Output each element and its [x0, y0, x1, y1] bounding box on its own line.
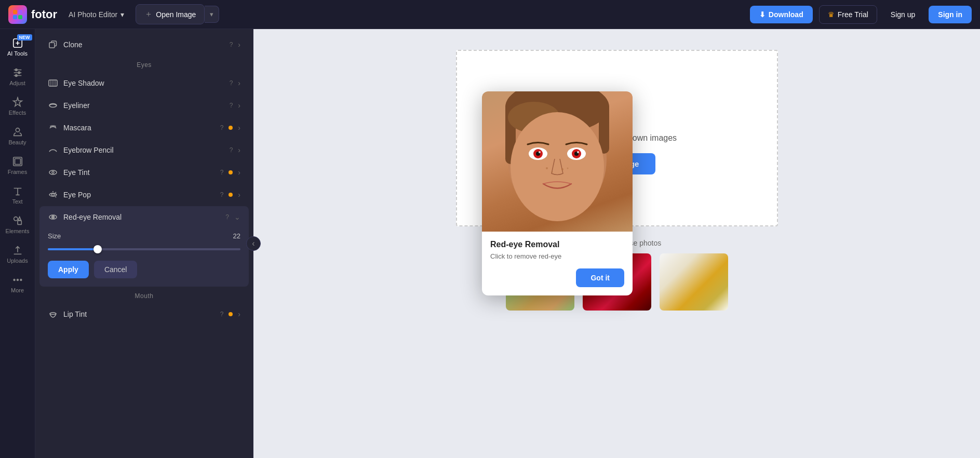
- eyebrow-pencil-icon: [48, 145, 58, 155]
- panel-sidebar-wrapper: Clone ? › Eyes E: [35, 29, 253, 458]
- panel-item-eye-pop[interactable]: Eye Pop ? ›: [39, 184, 249, 206]
- sidebar-item-uploads-label: Uploads: [7, 258, 28, 264]
- mascara-label: Mascara: [63, 124, 215, 132]
- svg-point-11: [14, 217, 17, 221]
- eye-shadow-help-icon[interactable]: ?: [230, 79, 233, 87]
- sidebar-item-more-label: More: [11, 287, 24, 293]
- panel-item-eye-tint[interactable]: Eye Tint ? ›: [39, 161, 249, 183]
- eye-shadow-chevron-icon: ›: [238, 79, 240, 87]
- panel-item-lip-tint[interactable]: Lip Tint ? ›: [39, 303, 249, 325]
- open-image-button[interactable]: ＋ Open Image: [136, 4, 205, 24]
- panel-item-eyeliner[interactable]: Eyeliner ? ›: [39, 95, 249, 116]
- download-icon: ⬇: [759, 10, 766, 19]
- lip-tint-icon: [48, 309, 58, 319]
- eye-tint-active-dot: [229, 170, 233, 174]
- beauty-icon: [12, 126, 23, 138]
- canvas-area: ＋ Drag or upload your own images Open Im…: [253, 29, 980, 458]
- eyebrow-pencil-help-icon[interactable]: ?: [230, 146, 233, 154]
- svg-point-27: [52, 217, 53, 218]
- popup-title: Red-eye Removal: [490, 240, 624, 249]
- mascara-active-dot: [229, 126, 233, 130]
- red-eye-removal-content: Size 22 Apply Cancel: [39, 228, 249, 287]
- lip-tint-help-icon[interactable]: ?: [220, 311, 224, 318]
- eye-tint-help-icon[interactable]: ?: [220, 169, 224, 176]
- slider-thumb[interactable]: [93, 245, 102, 253]
- logo-text: fotor: [31, 8, 57, 21]
- sign-in-button[interactable]: Sign in: [929, 6, 972, 23]
- sign-up-button[interactable]: Sign up: [883, 6, 922, 23]
- lip-tint-chevron-icon: ›: [238, 310, 240, 318]
- sidebar-item-frames-label: Frames: [8, 169, 27, 175]
- panel-item-eye-shadow[interactable]: Eye Shadow ? ›: [39, 72, 249, 94]
- sidebar-item-ai-tools[interactable]: NEW AI Tools: [2, 33, 33, 61]
- panel-item-eyebrow-pencil[interactable]: Eyebrow Pencil ? ›: [39, 139, 249, 161]
- popup-face-image: [482, 91, 633, 232]
- clone-help-icon[interactable]: ?: [230, 41, 233, 48]
- crown-icon: ♛: [828, 10, 835, 19]
- sidebar-item-adjust[interactable]: Adjust: [2, 63, 33, 90]
- size-slider[interactable]: [48, 244, 240, 254]
- svg-rect-16: [49, 43, 55, 48]
- panel-item-clone[interactable]: Clone ? ›: [39, 34, 249, 56]
- sidebar-item-elements[interactable]: Elements: [2, 211, 33, 238]
- svg-point-5: [15, 69, 17, 71]
- eyes-section-label: Eyes: [35, 56, 253, 72]
- eyeliner-label: Eyeliner: [63, 101, 224, 110]
- sidebar-item-more[interactable]: More: [2, 270, 33, 298]
- red-eye-removal-header[interactable]: Red-eye Removal ? ⌄: [39, 206, 249, 228]
- eyeliner-help-icon[interactable]: ?: [230, 102, 233, 109]
- svg-point-44: [561, 168, 563, 170]
- free-trial-button[interactable]: ♛ Free Trial: [819, 5, 877, 24]
- eye-pop-help-icon[interactable]: ?: [220, 191, 224, 198]
- open-image-chevron-button[interactable]: ▾: [205, 6, 219, 23]
- plus-icon: ＋: [144, 9, 153, 20]
- red-eye-removal-help-icon[interactable]: ?: [225, 213, 229, 221]
- sidebar-item-ai-tools-label: AI Tools: [7, 50, 28, 57]
- svg-rect-3: [18, 15, 22, 19]
- svg-point-13: [14, 279, 15, 281]
- panel-item-red-eye-removal: Red-eye Removal ? ⌄ Size 22: [39, 206, 249, 287]
- svg-point-8: [16, 128, 19, 132]
- logo: fotor: [8, 5, 57, 24]
- svg-point-45: [567, 168, 569, 169]
- svg-point-42: [546, 167, 548, 169]
- eye-pop-active-dot: [229, 193, 233, 197]
- red-eye-removal-icon: [48, 212, 58, 222]
- svg-point-23: [52, 171, 54, 173]
- cancel-button[interactable]: Cancel: [94, 261, 138, 278]
- sidebar-item-frames[interactable]: Frames: [2, 152, 33, 179]
- sidebar-item-beauty-label: Beauty: [8, 139, 26, 145]
- sidebar-item-adjust-label: Adjust: [9, 80, 25, 86]
- got-it-button[interactable]: Got it: [576, 268, 624, 287]
- sample-image-3[interactable]: [660, 253, 728, 311]
- ai-photo-editor-button[interactable]: AI Photo Editor ▾: [63, 7, 129, 22]
- new-badge: NEW: [17, 34, 32, 41]
- text-icon: [12, 185, 23, 197]
- apply-button[interactable]: Apply: [48, 261, 89, 278]
- sidebar-item-effects[interactable]: Effects: [2, 92, 33, 120]
- mascara-chevron-icon: ›: [238, 124, 240, 132]
- adjust-icon: [12, 67, 23, 78]
- sidebar-item-text[interactable]: Text: [2, 181, 33, 209]
- panel-collapse-button[interactable]: ‹: [246, 236, 261, 251]
- main-layout: NEW AI Tools Adjust Effects: [0, 29, 980, 458]
- svg-rect-10: [15, 159, 20, 165]
- mascara-help-icon[interactable]: ?: [220, 124, 224, 131]
- popup-actions: Got it: [490, 268, 624, 287]
- size-value: 22: [233, 232, 240, 240]
- effects-icon: [12, 97, 23, 108]
- svg-point-40: [539, 151, 541, 153]
- panel-sidebar: Clone ? › Eyes E: [35, 29, 253, 458]
- sidebar-item-effects-label: Effects: [9, 110, 26, 116]
- open-image-label: Open Image: [156, 10, 196, 19]
- lip-tint-label: Lip Tint: [63, 310, 215, 318]
- popup-description: Click to remove red-eye: [490, 252, 624, 260]
- logo-icon: [8, 5, 27, 24]
- eye-shadow-label: Eye Shadow: [63, 79, 224, 87]
- download-button[interactable]: ⬇ Download: [750, 6, 813, 23]
- panel-item-mascara[interactable]: Mascara ? ›: [39, 117, 249, 139]
- sidebar-item-elements-label: Elements: [6, 228, 30, 234]
- sidebar-item-beauty[interactable]: Beauty: [2, 122, 33, 150]
- svg-rect-2: [13, 15, 17, 19]
- sidebar-item-uploads[interactable]: Uploads: [2, 240, 33, 268]
